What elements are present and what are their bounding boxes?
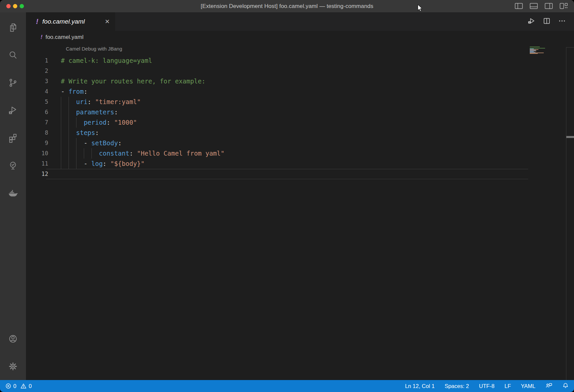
account-icon <box>8 333 18 344</box>
encoding-status[interactable]: UTF-8 <box>479 383 495 389</box>
tab-foo-camel-yaml[interactable]: ! foo.camel.yaml ✕ <box>26 12 115 31</box>
code-area[interactable]: 1# camel-k: language=yaml23# Write your … <box>26 56 574 179</box>
traffic-lights <box>6 4 24 8</box>
toggle-panel-icon[interactable] <box>529 1 539 11</box>
code-line[interactable]: 11- log: "${body}" <box>26 159 574 169</box>
code-line[interactable]: 12 <box>26 169 574 179</box>
eol-status[interactable]: LF <box>504 383 511 389</box>
code-text: # camel-k: language=yaml <box>61 56 152 66</box>
activity-item-explorer[interactable] <box>0 14 26 41</box>
activity-item-testing[interactable] <box>0 152 26 179</box>
warning-icon <box>20 383 27 389</box>
warning-count: 0 <box>29 383 32 389</box>
window-title: [Extension Development Host] foo.camel.y… <box>201 3 373 10</box>
feedback-icon[interactable] <box>545 382 552 390</box>
code-line[interactable]: 6parameters: <box>26 107 574 117</box>
error-count: 0 <box>13 383 16 389</box>
minimap[interactable] <box>530 47 551 54</box>
minimize-window-button[interactable] <box>13 4 17 8</box>
activity-item-manage[interactable] <box>0 352 26 380</box>
code-line[interactable]: 10constant: "Hello Camel from yaml" <box>26 148 574 159</box>
codelens-camel-debug[interactable]: Camel Debug with JBang <box>66 46 122 52</box>
line-number[interactable]: 1 <box>26 56 48 66</box>
notifications-bell-icon[interactable] <box>562 382 569 390</box>
gear-icon <box>8 361 18 372</box>
activity-item-run-and-debug[interactable] <box>0 96 26 124</box>
code-line[interactable]: 3# Write your routes here, for example: <box>26 76 574 86</box>
split-editor-icon[interactable] <box>543 17 551 26</box>
problems-status[interactable]: 0 0 <box>5 383 32 389</box>
toggle-secondary-sidebar-icon[interactable] <box>544 1 554 11</box>
code-text: - setBody: <box>61 138 122 148</box>
indent-guides <box>61 138 84 148</box>
close-tab-icon[interactable]: ✕ <box>105 18 110 25</box>
minimap-line <box>530 53 538 54</box>
code-line[interactable]: 5uri: "timer:yaml" <box>26 97 574 107</box>
yaml-file-icon: ! <box>41 34 43 41</box>
yaml-file-icon: ! <box>36 17 38 26</box>
line-number[interactable]: 9 <box>26 138 48 148</box>
code-text: - from: <box>61 86 87 97</box>
customize-layout-icon[interactable] <box>559 1 569 11</box>
files-icon <box>8 22 18 33</box>
activity-item-accounts[interactable] <box>0 325 26 352</box>
editor-group: ! foo.camel.yaml ✕ ! <box>26 12 574 380</box>
indent-guides <box>61 97 76 107</box>
close-window-button[interactable] <box>6 4 11 8</box>
indent-guides <box>61 117 84 128</box>
line-number[interactable]: 12 <box>26 169 48 179</box>
indent-guides <box>61 148 99 159</box>
code-text: uri: "timer:yaml" <box>61 97 141 107</box>
code-line[interactable]: 7period: "1000" <box>26 117 574 128</box>
line-number[interactable]: 5 <box>26 97 48 107</box>
line-number[interactable]: 4 <box>26 86 48 97</box>
extensions-icon <box>8 133 18 143</box>
code-text: - log: "${body}" <box>61 159 145 169</box>
minimap-line <box>530 47 540 47</box>
activity-item-search[interactable] <box>0 41 26 69</box>
indent-guides <box>61 128 76 138</box>
indent-guides <box>61 107 76 117</box>
line-number[interactable]: 7 <box>26 117 48 128</box>
run-or-debug-icon[interactable] <box>527 17 535 26</box>
indentation-status[interactable]: Spaces: 2 <box>445 383 469 389</box>
search-icon <box>8 50 18 61</box>
error-icon <box>5 383 11 389</box>
breadcrumb[interactable]: ! foo.camel.yaml <box>26 31 574 44</box>
activity-item-source-control[interactable] <box>0 69 26 96</box>
scrollbar-thumb[interactable] <box>566 136 574 138</box>
overview-ruler <box>566 47 574 380</box>
code-text: steps: <box>61 128 99 138</box>
docker-whale-icon <box>7 188 19 198</box>
language-mode-status[interactable]: YAML <box>521 383 535 389</box>
line-number[interactable]: 10 <box>26 148 48 159</box>
activity-bar <box>0 12 26 380</box>
cursor-position-status[interactable]: Ln 12, Col 1 <box>405 383 435 389</box>
indent-guides <box>61 159 84 169</box>
code-line[interactable]: 2 <box>26 66 574 76</box>
breadcrumb-file[interactable]: foo.camel.yaml <box>46 34 83 41</box>
line-number[interactable]: 6 <box>26 107 48 117</box>
more-actions-icon[interactable] <box>558 17 566 26</box>
tab-label: foo.camel.yaml <box>42 18 85 25</box>
toggle-primary-sidebar-icon[interactable] <box>514 1 524 11</box>
code-text: # Write your routes here, for example: <box>61 76 206 86</box>
line-number[interactable]: 11 <box>26 159 48 169</box>
activity-item-docker[interactable] <box>0 179 26 207</box>
git-branch-icon <box>8 77 18 88</box>
code-text: parameters: <box>61 107 118 117</box>
code-text: constant: "Hello Camel from yaml" <box>61 148 224 159</box>
line-number[interactable]: 2 <box>26 66 48 76</box>
code-line[interactable]: 1# camel-k: language=yaml <box>26 56 574 66</box>
line-number[interactable]: 3 <box>26 76 48 86</box>
tab-bar: ! foo.camel.yaml ✕ <box>26 12 574 31</box>
line-number[interactable]: 8 <box>26 128 48 138</box>
zoom-window-button[interactable] <box>20 4 24 8</box>
codelens-row: Camel Debug with JBang <box>26 44 574 54</box>
code-line[interactable]: 4- from: <box>26 86 574 97</box>
code-line[interactable]: 8steps: <box>26 128 574 138</box>
code-line[interactable]: 9- setBody: <box>26 138 574 148</box>
title-bar: [Extension Development Host] foo.camel.y… <box>0 0 574 12</box>
activity-item-extensions[interactable] <box>0 124 26 152</box>
status-bar: 0 0 Ln 12, Col 1 Spaces: 2 UTF-8 LF YAML <box>0 380 574 392</box>
